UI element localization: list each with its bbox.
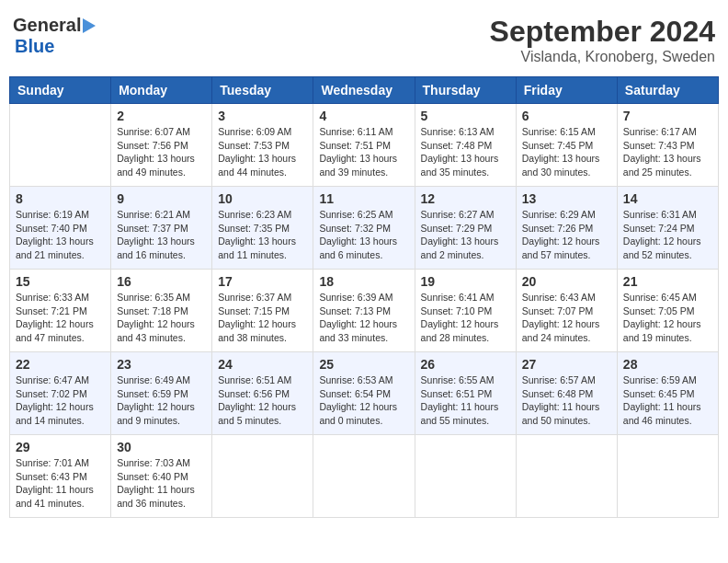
day-number: 27 (522, 357, 611, 372)
day-number: 20 (522, 274, 611, 289)
table-row: 20Sunrise: 6:43 AM Sunset: 7:07 PM Dayli… (516, 270, 617, 352)
calendar-row: 22Sunrise: 6:47 AM Sunset: 7:02 PM Dayli… (10, 352, 719, 435)
cell-content: Sunrise: 6:43 AM Sunset: 7:07 PM Dayligh… (522, 291, 611, 345)
table-row: 26Sunrise: 6:55 AM Sunset: 6:51 PM Dayli… (415, 352, 516, 435)
cell-content: Sunrise: 6:57 AM Sunset: 6:48 PM Dayligh… (522, 373, 611, 428)
day-number: 30 (117, 440, 206, 454)
cell-content: Sunrise: 6:39 AM Sunset: 7:13 PM Dayligh… (319, 291, 408, 345)
table-row: 15Sunrise: 6:33 AM Sunset: 7:21 PM Dayli… (10, 270, 111, 352)
table-row: 17Sunrise: 6:37 AM Sunset: 7:15 PM Dayli… (212, 270, 313, 352)
table-row: 12Sunrise: 6:27 AM Sunset: 7:29 PM Dayli… (415, 187, 516, 270)
header: General Blue September 2024 Vislanda, Kr… (9, 9, 719, 71)
table-row: 4Sunrise: 6:11 AM Sunset: 7:51 PM Daylig… (313, 104, 415, 187)
table-row: 2Sunrise: 6:07 AM Sunset: 7:56 PM Daylig… (111, 104, 212, 187)
day-number: 14 (623, 191, 712, 206)
col-friday: Friday (516, 77, 617, 104)
table-row: 21Sunrise: 6:45 AM Sunset: 7:05 PM Dayli… (617, 270, 718, 352)
title-area: September 2024 Vislanda, Kronoberg, Swed… (490, 15, 715, 65)
cell-content: Sunrise: 6:41 AM Sunset: 7:10 PM Dayligh… (421, 291, 510, 345)
table-row: 6Sunrise: 6:15 AM Sunset: 7:45 PM Daylig… (516, 104, 617, 187)
table-row (415, 435, 516, 518)
cell-content: Sunrise: 6:21 AM Sunset: 7:37 PM Dayligh… (117, 208, 206, 262)
cell-content: Sunrise: 6:59 AM Sunset: 6:45 PM Dayligh… (623, 373, 712, 428)
table-row: 10Sunrise: 6:23 AM Sunset: 7:35 PM Dayli… (212, 187, 313, 270)
table-row (313, 435, 415, 518)
day-number: 11 (319, 191, 408, 206)
table-row (212, 435, 313, 518)
table-row: 14Sunrise: 6:31 AM Sunset: 7:24 PM Dayli… (617, 187, 718, 270)
header-row: Sunday Monday Tuesday Wednesday Thursday… (10, 77, 719, 104)
day-number: 3 (218, 109, 307, 123)
cell-content: Sunrise: 6:35 AM Sunset: 7:18 PM Dayligh… (117, 291, 206, 345)
calendar-row: 2Sunrise: 6:07 AM Sunset: 7:56 PM Daylig… (10, 104, 719, 187)
logo-arrow-icon (83, 18, 96, 33)
day-number: 10 (218, 191, 307, 206)
col-monday: Monday (111, 77, 212, 104)
table-row: 23Sunrise: 6:49 AM Sunset: 6:59 PM Dayli… (111, 352, 212, 435)
table-row: 18Sunrise: 6:39 AM Sunset: 7:13 PM Dayli… (313, 270, 415, 352)
day-number: 18 (319, 274, 408, 289)
cell-content: Sunrise: 7:01 AM Sunset: 6:43 PM Dayligh… (16, 456, 105, 511)
table-row: 25Sunrise: 6:53 AM Sunset: 6:54 PM Dayli… (313, 352, 415, 435)
table-row: 3Sunrise: 6:09 AM Sunset: 7:53 PM Daylig… (212, 104, 313, 187)
day-number: 24 (218, 357, 307, 372)
col-tuesday: Tuesday (212, 77, 313, 104)
table-row: 30Sunrise: 7:03 AM Sunset: 6:40 PM Dayli… (111, 435, 212, 518)
day-number: 22 (16, 357, 105, 372)
day-number: 4 (319, 109, 408, 123)
table-row: 24Sunrise: 6:51 AM Sunset: 6:56 PM Dayli… (212, 352, 313, 435)
cell-content: Sunrise: 6:53 AM Sunset: 6:54 PM Dayligh… (319, 373, 408, 428)
table-row: 13Sunrise: 6:29 AM Sunset: 7:26 PM Dayli… (516, 187, 617, 270)
cell-content: Sunrise: 6:07 AM Sunset: 7:56 PM Dayligh… (117, 125, 206, 179)
cell-content: Sunrise: 6:47 AM Sunset: 7:02 PM Dayligh… (16, 373, 105, 428)
logo: General Blue (13, 15, 96, 57)
logo-text: General (13, 15, 96, 36)
day-number: 5 (421, 109, 510, 123)
logo-general: General (13, 15, 81, 36)
day-number: 13 (522, 191, 611, 206)
table-row: 22Sunrise: 6:47 AM Sunset: 7:02 PM Dayli… (10, 352, 111, 435)
calendar-table: Sunday Monday Tuesday Wednesday Thursday… (9, 76, 719, 518)
calendar-row: 15Sunrise: 6:33 AM Sunset: 7:21 PM Dayli… (10, 270, 719, 352)
cell-content: Sunrise: 6:15 AM Sunset: 7:45 PM Dayligh… (522, 125, 611, 179)
cell-content: Sunrise: 6:11 AM Sunset: 7:51 PM Dayligh… (319, 125, 408, 179)
cell-content: Sunrise: 6:33 AM Sunset: 7:21 PM Dayligh… (16, 291, 105, 345)
day-number: 19 (421, 274, 510, 289)
calendar-row: 8Sunrise: 6:19 AM Sunset: 7:40 PM Daylig… (10, 187, 719, 270)
location-subtitle: Vislanda, Kronoberg, Sweden (490, 49, 715, 65)
cell-content: Sunrise: 6:27 AM Sunset: 7:29 PM Dayligh… (421, 208, 510, 262)
month-title: September 2024 (490, 15, 715, 49)
col-sunday: Sunday (10, 77, 111, 104)
table-row: 8Sunrise: 6:19 AM Sunset: 7:40 PM Daylig… (10, 187, 111, 270)
table-row: 11Sunrise: 6:25 AM Sunset: 7:32 PM Dayli… (313, 187, 415, 270)
cell-content: Sunrise: 6:31 AM Sunset: 7:24 PM Dayligh… (623, 208, 712, 262)
cell-content: Sunrise: 6:37 AM Sunset: 7:15 PM Dayligh… (218, 291, 307, 345)
day-number: 15 (16, 274, 105, 289)
day-number: 12 (421, 191, 510, 206)
table-row: 28Sunrise: 6:59 AM Sunset: 6:45 PM Dayli… (617, 352, 718, 435)
day-number: 25 (319, 357, 408, 372)
logo-blue: Blue (15, 36, 54, 56)
col-wednesday: Wednesday (313, 77, 415, 104)
table-row: 19Sunrise: 6:41 AM Sunset: 7:10 PM Dayli… (415, 270, 516, 352)
cell-content: Sunrise: 6:55 AM Sunset: 6:51 PM Dayligh… (421, 373, 510, 428)
table-row (516, 435, 617, 518)
day-number: 21 (623, 274, 712, 289)
table-row: 7Sunrise: 6:17 AM Sunset: 7:43 PM Daylig… (617, 104, 718, 187)
day-number: 2 (117, 109, 206, 123)
col-thursday: Thursday (415, 77, 516, 104)
cell-content: Sunrise: 6:51 AM Sunset: 6:56 PM Dayligh… (218, 373, 307, 428)
day-number: 28 (623, 357, 712, 372)
day-number: 17 (218, 274, 307, 289)
table-row: 27Sunrise: 6:57 AM Sunset: 6:48 PM Dayli… (516, 352, 617, 435)
cell-content: Sunrise: 6:19 AM Sunset: 7:40 PM Dayligh… (16, 208, 105, 262)
col-saturday: Saturday (617, 77, 718, 104)
day-number: 16 (117, 274, 206, 289)
table-row (617, 435, 718, 518)
cell-content: Sunrise: 6:49 AM Sunset: 6:59 PM Dayligh… (117, 373, 206, 428)
day-number: 23 (117, 357, 206, 372)
calendar-row: 29Sunrise: 7:01 AM Sunset: 6:43 PM Dayli… (10, 435, 719, 518)
cell-content: Sunrise: 6:17 AM Sunset: 7:43 PM Dayligh… (623, 125, 712, 179)
table-row: 9Sunrise: 6:21 AM Sunset: 7:37 PM Daylig… (111, 187, 212, 270)
table-row: 5Sunrise: 6:13 AM Sunset: 7:48 PM Daylig… (415, 104, 516, 187)
